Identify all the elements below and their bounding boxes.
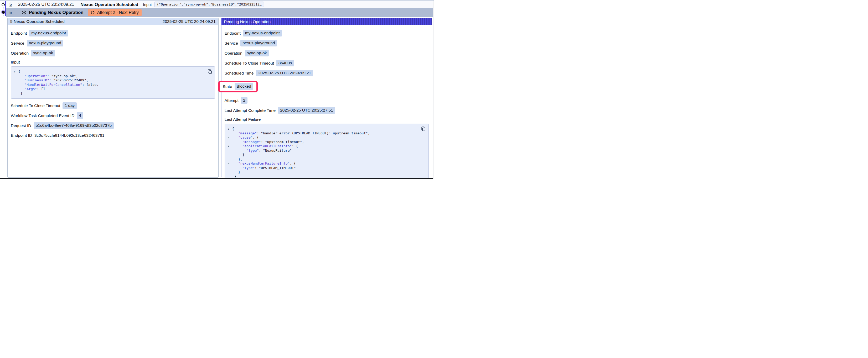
panel-title: Pending Nexus Operation: [224, 20, 271, 24]
failure-json-viewer: ∨{ "message": "handler error (UPSTREAM_T…: [225, 124, 429, 179]
retry-status-badge: Attempt 2 · Next Retry: [88, 9, 142, 16]
field-label: Attempt: [225, 98, 239, 103]
field-value-badge: 4: [77, 112, 83, 119]
state-highlight-box: State Blocked: [218, 81, 258, 92]
field-operation: Operation sync-op-ok: [225, 50, 429, 57]
field-label: Endpoint ID: [11, 133, 32, 138]
event-timestamp: 2025-02-25 UTC 20:24:09.21: [18, 2, 74, 7]
event-row-pending[interactable]: 5 Pending Nexus Operation Attempt 2 · Ne…: [6, 8, 433, 17]
field-endpoint-id: Endpoint ID 3c0c75ccfa8144b092c13ce63246…: [11, 133, 215, 138]
code-line: "type": "NexusFailure": [227, 149, 425, 153]
collapse-chevron-icon[interactable]: ∨: [228, 127, 229, 131]
code-line: },: [227, 157, 425, 162]
field-value-badge: 2: [241, 97, 247, 104]
field-label: State: [223, 84, 232, 89]
field-label: Endpoint: [11, 31, 27, 36]
field-value-badge: b1c6a4bc-8ee7-468a-9169-df3b02c8737b: [34, 122, 114, 129]
field-endpoint: Endpoint my-nexus-endpoint: [225, 30, 429, 36]
field-label: Schedule To Close Timeout: [225, 61, 274, 66]
field-label: Operation: [11, 51, 29, 56]
event-detail-panels: 5 Nexus Operation Scheduled 2025-02-25 U…: [7, 18, 432, 178]
event-input-preview-chip[interactable]: {"Operation":"sync-op-ok","BusinessID":"…: [154, 2, 264, 7]
field-label: Workflow Task Completed Event ID: [11, 113, 74, 118]
field-value-badge: my-nexus-endpoint: [29, 30, 68, 36]
field-value-badge: my-nexus-endpoint: [243, 30, 282, 36]
code-line: "Args": []: [13, 87, 211, 91]
scheduled-panel-header: 5 Nexus Operation Scheduled 2025-02-25 U…: [8, 18, 218, 25]
page-left-border: [1, 1, 1, 179]
code-line: }: [227, 153, 425, 157]
scrollbar-track[interactable]: [433, 1, 434, 179]
collapse-chevron-icon[interactable]: ∨: [14, 70, 16, 73]
event-id-link[interactable]: 5: [9, 2, 12, 7]
collapse-chevron-icon[interactable]: ∨: [228, 144, 229, 148]
field-request-id: Request ID b1c6a4bc-8ee7-468a-9169-df3b0…: [11, 122, 215, 129]
code-line: "message": "handler error (UPSTREAM_TIME…: [227, 131, 425, 136]
field-operation: Operation sync-op-ok: [11, 50, 215, 57]
state-badge: Blocked: [235, 83, 253, 90]
bottom-divider: [0, 178, 434, 179]
field-endpoint: Endpoint my-nexus-endpoint: [11, 30, 215, 36]
field-value-badge: 86400s: [276, 60, 294, 66]
input-json-viewer: ∨{ "Operation": "sync-op-ok", "BusinessI…: [11, 66, 215, 99]
field-label: Request ID: [11, 123, 31, 128]
code-line: "Operation": "sync-op-ok",: [13, 74, 211, 78]
field-label: Scheduled Time: [225, 71, 254, 75]
pending-spark-icon: [22, 10, 26, 15]
code-line: "HandlerWaitForCancellation": false,: [13, 83, 211, 87]
failure-section-label: Last Attempt Failure: [225, 117, 429, 122]
event-row-scheduled[interactable]: 5 2025-02-25 UTC 20:24:09.21 Nexus Opera…: [6, 1, 433, 8]
endpoint-id-link[interactable]: 3c0c75ccfa8144b092c13ce632463761: [34, 133, 104, 138]
pending-panel-body: Endpoint my-nexus-endpoint Service nexus…: [221, 25, 432, 179]
field-schedule-to-close-timeout: Schedule To Close Timeout 1 day: [11, 102, 215, 109]
field-schedule-to-close-timeout: Schedule To Close Timeout 86400s: [225, 60, 429, 66]
field-label: Endpoint: [225, 31, 241, 36]
field-last-attempt-complete-time: Last Attempt Complete Time 2025-02-25 UT…: [225, 107, 429, 113]
field-attempt: Attempt 2: [225, 97, 429, 104]
code-line: "type": "UPSTREAM_TIMEOUT": [227, 166, 425, 170]
field-value-badge: 1 day: [63, 102, 77, 109]
code-line: "BusinessID": "20250225122409",: [13, 78, 211, 83]
field-label: Service: [11, 41, 25, 46]
field-service: Service nexus-playground: [225, 40, 429, 46]
timeline-pending-dot-icon: [2, 11, 5, 14]
code-line: }: [13, 91, 211, 96]
event-name: Nexus Operation Scheduled: [81, 2, 138, 7]
code-line: ∨{: [227, 127, 425, 131]
pending-panel-header: Pending Nexus Operation: [221, 18, 432, 25]
code-line: ∨ "applicationFailureInfo": {: [227, 144, 425, 149]
panel-timestamp: 2025-02-25 UTC 20:24:09.21: [163, 19, 216, 24]
field-label: Last Attempt Complete Time: [225, 108, 276, 113]
code-line: "message": "upstream timeout",: [227, 140, 425, 144]
collapse-chevron-icon[interactable]: ∨: [228, 136, 229, 139]
scheduled-event-panel: 5 Nexus Operation Scheduled 2025-02-25 U…: [7, 18, 219, 178]
collapse-chevron-icon[interactable]: ∨: [228, 162, 229, 165]
timeline-event-dot-icon: [2, 3, 5, 6]
event-history-page: 5 2025-02-25 UTC 20:24:09.21 Nexus Opera…: [0, 0, 434, 179]
field-value-badge: 2025-02-25 UTC 20:24:09.21: [256, 70, 313, 76]
event-input-label: Input: [143, 2, 152, 7]
panel-title: 5 Nexus Operation Scheduled: [10, 19, 65, 24]
code-line: ∨ "cause": {: [227, 135, 425, 140]
field-label: Operation: [225, 51, 243, 56]
event-name: Pending Nexus Operation: [29, 10, 84, 15]
input-section-label: Input: [11, 60, 215, 65]
field-label: Service: [225, 41, 238, 46]
field-value-badge: sync-op-ok: [245, 50, 269, 57]
field-value-badge: 2025-02-25 UTC 20:25:27.51: [278, 107, 335, 113]
code-line: }: [227, 170, 425, 174]
field-value-badge: nexus-playground: [27, 40, 63, 46]
code-line: ∨{: [13, 70, 211, 74]
field-service: Service nexus-playground: [11, 40, 215, 46]
field-workflow-task-completed-event-id: Workflow Task Completed Event ID 4: [11, 112, 215, 119]
scheduled-panel-body: Endpoint my-nexus-endpoint Service nexus…: [8, 25, 218, 177]
retry-badge-label: Attempt 2 · Next Retry: [97, 10, 139, 15]
field-value-badge: nexus-playground: [240, 40, 277, 46]
field-scheduled-time: Scheduled Time 2025-02-25 UTC 20:24:09.2…: [225, 70, 429, 76]
field-label: Schedule To Close Timeout: [11, 103, 60, 108]
field-value-badge: sync-op-ok: [31, 50, 55, 57]
code-line: ∨ "nexusHandlerFailureInfo": {: [227, 161, 425, 166]
retry-icon: [91, 10, 95, 15]
pending-operation-panel: Pending Nexus Operation Endpoint my-nexu…: [221, 18, 432, 178]
event-id-link[interactable]: 5: [9, 10, 12, 15]
